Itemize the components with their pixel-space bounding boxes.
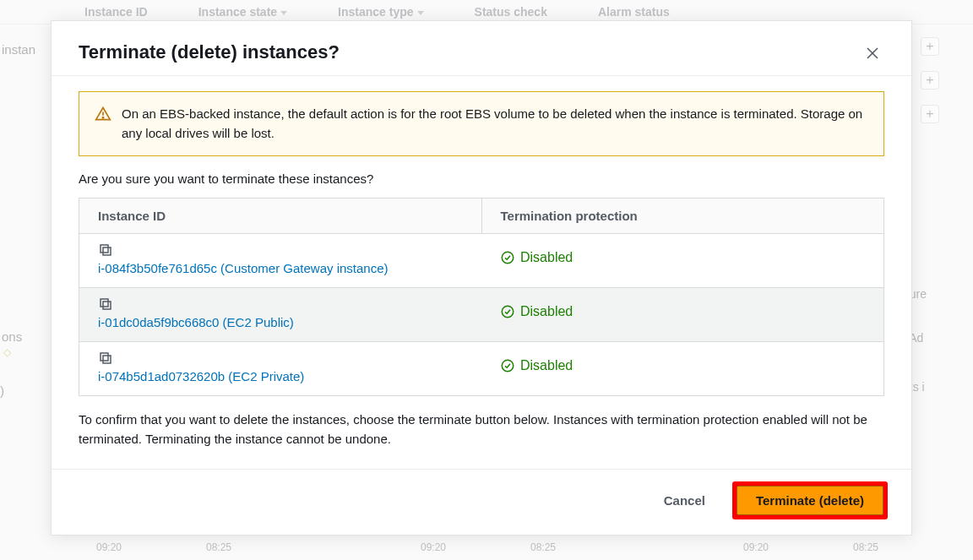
bg-col-status-check: Status check xyxy=(475,5,547,19)
instance-id-link[interactable]: i-084f3b50fe761d65c (Customer Gateway in… xyxy=(98,261,389,275)
check-circle-icon xyxy=(500,358,515,373)
svg-point-9 xyxy=(502,306,514,318)
close-icon xyxy=(866,46,879,60)
svg-rect-11 xyxy=(101,353,108,361)
instance-id-link[interactable]: i-01dc0da5f9bc668c0 (EC2 Public) xyxy=(98,315,294,329)
dialog-header: Terminate (delete) instances? xyxy=(52,21,911,75)
col-termination-protection: Termination protection xyxy=(481,198,884,233)
table-row: i-084f3b50fe761d65c (Customer Gateway in… xyxy=(79,233,884,287)
table-row: i-01dc0da5f9bc668c0 (EC2 Public) Disable… xyxy=(79,287,884,341)
status-text: Disabled xyxy=(520,304,573,319)
bg-col-instance-id: Instance ID xyxy=(84,5,148,19)
copy-icon[interactable] xyxy=(98,242,113,258)
svg-rect-8 xyxy=(101,299,108,307)
copy-icon[interactable] xyxy=(98,351,113,366)
bg-col-alarm-status: Alarm status xyxy=(598,5,670,19)
status-text: Disabled xyxy=(520,250,573,265)
check-circle-icon xyxy=(500,250,515,265)
bg-col-instance-type: Instance type xyxy=(338,5,423,19)
dialog-footer: Cancel Terminate (delete) xyxy=(52,469,911,535)
termination-protection-status: Disabled xyxy=(500,358,573,373)
svg-rect-5 xyxy=(101,245,108,253)
table-row: i-074b5d1ad0732620b (EC2 Private) Disabl… xyxy=(79,341,884,395)
check-circle-icon xyxy=(500,304,515,319)
status-text: Disabled xyxy=(520,358,573,373)
svg-rect-7 xyxy=(103,302,111,309)
col-instance-id: Instance ID xyxy=(79,198,482,233)
dialog-title: Terminate (delete) instances? xyxy=(79,41,340,63)
instance-id-link[interactable]: i-074b5d1ad0732620b (EC2 Private) xyxy=(98,369,304,383)
svg-point-3 xyxy=(102,117,103,118)
svg-point-12 xyxy=(502,360,514,372)
svg-rect-4 xyxy=(103,247,111,255)
termination-protection-status: Disabled xyxy=(500,304,573,319)
terminate-button[interactable]: Terminate (delete) xyxy=(737,486,883,515)
termination-protection-status: Disabled xyxy=(500,250,573,265)
svg-rect-10 xyxy=(103,356,111,363)
terminate-button-highlight: Terminate (delete) xyxy=(732,481,888,519)
confirm-prompt: Are you sure you want to terminate these… xyxy=(79,171,884,186)
instances-table: Instance ID Termination protection i-084… xyxy=(79,198,884,396)
copy-icon[interactable] xyxy=(98,296,113,312)
svg-point-6 xyxy=(502,252,514,264)
warning-text: On an EBS-backed instance, the default a… xyxy=(122,104,868,144)
bg-add-alarm-plus-icon: + xyxy=(921,37,939,56)
bg-col-instance-state: Instance state xyxy=(198,5,287,19)
confirm-note: To confirm that you want to delete the i… xyxy=(79,410,884,449)
terminate-instances-dialog: Terminate (delete) instances? On an EBS-… xyxy=(51,20,912,536)
warning-banner: On an EBS-backed instance, the default a… xyxy=(79,91,884,156)
bg-add-alarm-plus-icon: + xyxy=(921,71,939,90)
dialog-body: On an EBS-backed instance, the default a… xyxy=(52,75,911,469)
warning-icon xyxy=(95,106,111,122)
close-button[interactable] xyxy=(861,41,884,65)
cancel-button[interactable]: Cancel xyxy=(647,487,722,514)
bg-add-alarm-plus-icon: + xyxy=(921,105,939,123)
